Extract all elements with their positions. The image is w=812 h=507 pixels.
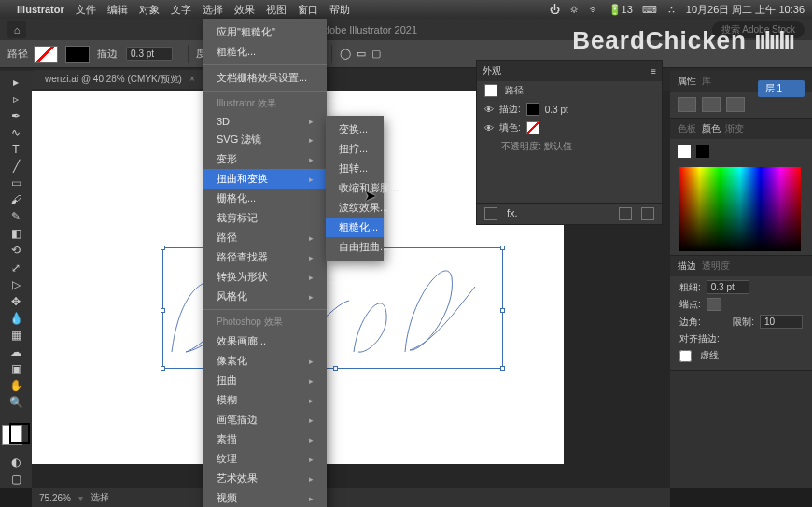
- mi-path[interactable]: 路径: [203, 228, 327, 247]
- fx-icon[interactable]: [484, 207, 497, 220]
- align-icon[interactable]: ▭: [357, 48, 366, 60]
- mi-sketch[interactable]: 素描: [203, 430, 327, 449]
- mi-pixelate[interactable]: 像素化: [203, 351, 327, 371]
- color-spectrum[interactable]: [679, 167, 801, 251]
- black-swatch[interactable]: [696, 145, 709, 158]
- mi-apply-last[interactable]: 应用"粗糙化": [203, 22, 327, 42]
- screen-mode[interactable]: ▢: [3, 472, 29, 486]
- artboard-tool[interactable]: ▣: [3, 361, 29, 376]
- zoom-level[interactable]: 75.26%: [39, 493, 71, 503]
- sub-twist[interactable]: 扭拧...: [326, 139, 384, 159]
- panel-icon[interactable]: [702, 97, 721, 112]
- color-mode[interactable]: ◐: [3, 455, 29, 470]
- cap-butt[interactable]: [707, 298, 721, 311]
- white-swatch[interactable]: [678, 145, 691, 158]
- obj-swatch[interactable]: [484, 84, 497, 97]
- mi-video[interactable]: 视频: [203, 488, 327, 507]
- mi-svg[interactable]: SVG 滤镜: [203, 130, 327, 149]
- type-tool[interactable]: T: [3, 142, 29, 157]
- stroke-sw[interactable]: [526, 103, 539, 116]
- status-icon[interactable]: ⛭: [569, 4, 580, 15]
- menu-help[interactable]: 帮助: [329, 3, 350, 17]
- sub-freedistort[interactable]: 自由扭曲...: [326, 237, 384, 257]
- symbol-tool[interactable]: ☁: [3, 345, 29, 359]
- stroke-weight-input[interactable]: 0.3 pt: [126, 47, 173, 61]
- stroke-weight[interactable]: 0.3 pt: [707, 280, 749, 294]
- stroke-color[interactable]: [9, 423, 30, 444]
- mi-roughen[interactable]: 粗糙化...: [203, 42, 327, 62]
- trash-icon[interactable]: [641, 207, 654, 220]
- menu-file[interactable]: 文件: [76, 3, 96, 17]
- mi-artistic[interactable]: 艺术效果: [203, 469, 327, 488]
- mi-distort2[interactable]: 扭曲: [203, 371, 327, 390]
- stroke-panel[interactable]: 描边 透明度 粗细:0.3 pt 端点: 边角:限制:10 对齐描边: 虚线: [670, 256, 812, 371]
- fill-sw[interactable]: [526, 121, 539, 134]
- menu-select[interactable]: 选择: [203, 3, 223, 17]
- align-icon[interactable]: ▢: [371, 48, 381, 60]
- mi-cropmarks[interactable]: 裁剪标记: [203, 208, 327, 228]
- mi-gallery[interactable]: 效果画廊...: [203, 331, 327, 351]
- panel-icon[interactable]: [726, 97, 745, 112]
- panel-icon[interactable]: [678, 97, 696, 112]
- new-icon[interactable]: [619, 207, 632, 220]
- status-icon[interactable]: ⏻: [550, 4, 560, 15]
- close-icon[interactable]: ×: [189, 74, 195, 84]
- width-tool[interactable]: ▷: [3, 277, 29, 292]
- mi-docfx[interactable]: 文档栅格效果设置...: [203, 68, 327, 88]
- doc-tab[interactable]: wenzi.ai @ 40.28% (CMYK/预览)×: [32, 70, 208, 89]
- stroke-swatch[interactable]: [65, 46, 90, 63]
- mac-app-name[interactable]: Illustrator: [17, 4, 64, 15]
- curvature-tool[interactable]: ∿: [3, 125, 29, 140]
- zoom-tool[interactable]: 🔍: [3, 395, 29, 410]
- rotate-tool[interactable]: ⟲: [3, 243, 29, 258]
- menu-object[interactable]: 对象: [139, 3, 160, 17]
- direct-select-tool[interactable]: ▹: [3, 92, 29, 106]
- gradient-tool[interactable]: ▦: [3, 328, 29, 343]
- sub-transform[interactable]: 变换...: [326, 120, 384, 139]
- panel-menu-icon[interactable]: ≡: [651, 66, 656, 77]
- mi-3d[interactable]: 3D: [203, 113, 327, 130]
- color-panel[interactable]: 色板 颜色 渐变: [670, 119, 812, 256]
- mi-warp[interactable]: 变形: [203, 149, 327, 169]
- home-button[interactable]: ⌂: [7, 21, 26, 38]
- wifi-icon[interactable]: ᯤ: [589, 4, 599, 15]
- sub-roughen[interactable]: 粗糙化...: [326, 218, 384, 237]
- eye-icon[interactable]: 👁: [484, 105, 494, 115]
- pen-tool[interactable]: ✒: [3, 108, 29, 123]
- line-tool[interactable]: ╱: [3, 159, 29, 174]
- menu-type[interactable]: 文字: [171, 3, 191, 17]
- menu-view[interactable]: 视图: [266, 3, 287, 17]
- battery-icon[interactable]: 🔋13: [609, 4, 633, 16]
- status-icon[interactable]: ⛬: [666, 4, 677, 15]
- mi-pathfinder[interactable]: 路径查找器: [203, 247, 327, 267]
- sub-twirl[interactable]: 扭转...: [326, 159, 384, 178]
- align-icon[interactable]: ◯: [340, 48, 351, 60]
- mi-texture[interactable]: 纹理: [203, 449, 327, 469]
- eraser-tool[interactable]: ◧: [3, 226, 29, 241]
- rectangle-tool[interactable]: ▭: [3, 176, 29, 190]
- mi-stylize[interactable]: 风格化: [203, 287, 327, 306]
- scale-tool[interactable]: ⤢: [3, 261, 29, 275]
- eyedropper-tool[interactable]: 💧: [3, 311, 29, 326]
- fx-label[interactable]: fx.: [507, 207, 518, 220]
- eye-icon[interactable]: 👁: [484, 123, 494, 134]
- mi-brushstrokes[interactable]: 画笔描边: [203, 410, 327, 430]
- appearance-panel[interactable]: 外观≡ 路径 👁描边:0.3 pt 👁填色: 不透明度: 默认值 fx.: [476, 60, 663, 225]
- brush-tool[interactable]: 🖌: [3, 192, 29, 207]
- shaper-tool[interactable]: ✎: [3, 209, 29, 224]
- selection-tool[interactable]: ▸: [3, 75, 29, 90]
- hand-tool[interactable]: ✋: [3, 378, 29, 393]
- menu-effect[interactable]: 效果: [234, 3, 255, 17]
- input-icon[interactable]: ⌨: [642, 4, 657, 16]
- menu-edit[interactable]: 编辑: [107, 3, 128, 17]
- free-transform-tool[interactable]: ✥: [3, 294, 29, 309]
- mi-rasterize[interactable]: 栅格化...: [203, 189, 327, 208]
- dashed-checkbox[interactable]: [679, 350, 692, 362]
- layer-chip[interactable]: 层 1: [758, 80, 805, 97]
- mi-blur[interactable]: 模糊: [203, 390, 327, 410]
- mi-distort-transform[interactable]: 扭曲和变换: [203, 169, 327, 189]
- mi-convert-shape[interactable]: 转换为形状: [203, 267, 327, 287]
- miter-limit[interactable]: 10: [760, 315, 803, 329]
- menu-window[interactable]: 窗口: [298, 3, 318, 17]
- fill-swatch[interactable]: [34, 46, 58, 63]
